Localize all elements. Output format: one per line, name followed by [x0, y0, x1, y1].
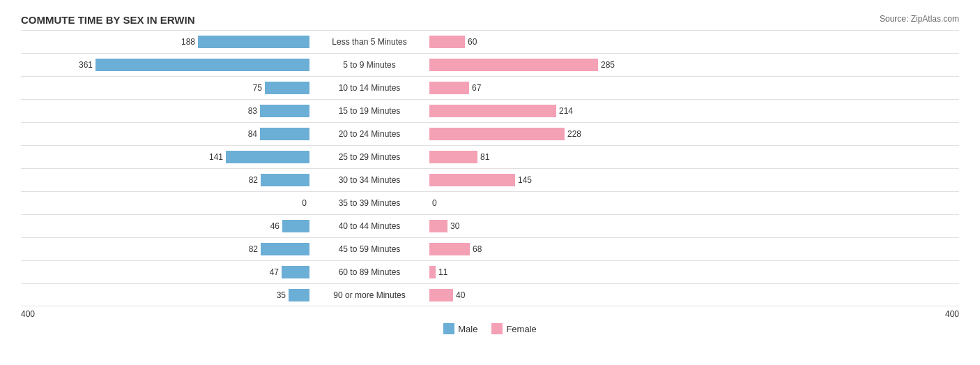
female-bar [429, 36, 465, 48]
female-value: 30 [450, 221, 471, 231]
female-value: 40 [456, 290, 477, 300]
chart-row: 47 60 to 89 Minutes 11 [21, 260, 959, 283]
axis-left: 400 [21, 309, 35, 319]
male-bar [282, 220, 309, 232]
left-section: 83 [21, 105, 314, 117]
chart-title: COMMUTE TIME BY SEX IN ERWIN [21, 14, 194, 26]
male-value: 82 [237, 244, 258, 254]
left-section: 82 [21, 243, 314, 255]
female-label: Female [506, 324, 536, 334]
female-bar [429, 266, 436, 278]
axis-row: 400 400 [21, 309, 959, 319]
right-section: 40 [425, 289, 959, 301]
right-section: 11 [425, 266, 959, 278]
male-bar [226, 151, 309, 163]
male-bar [260, 105, 309, 117]
right-section: 0 [425, 197, 959, 209]
source-label: Source: ZipAtlas.com [880, 14, 959, 24]
left-section: 47 [21, 266, 314, 278]
female-bar [429, 128, 565, 140]
male-value: 82 [237, 175, 258, 185]
chart-row: 361 5 to 9 Minutes 285 [21, 53, 959, 76]
male-bar [95, 59, 309, 71]
female-value: 60 [468, 37, 489, 47]
male-value: 84 [236, 129, 257, 139]
right-section: 30 [425, 220, 959, 232]
female-bar [429, 174, 515, 186]
male-value: 47 [258, 267, 279, 277]
chart-area: 188 Less than 5 Minutes 60 361 5 to 9 Mi… [21, 30, 959, 306]
right-section: 228 [425, 128, 959, 140]
male-label: Male [458, 324, 477, 334]
male-bar [261, 174, 309, 186]
right-section: 81 [425, 151, 959, 163]
left-section: 46 [21, 220, 314, 232]
female-bar [429, 82, 469, 94]
female-bar [429, 59, 598, 71]
right-section: 285 [425, 59, 959, 71]
female-swatch [491, 323, 503, 334]
female-value: 145 [518, 175, 539, 185]
chart-row: 83 15 to 19 Minutes 214 [21, 99, 959, 122]
chart-row: 82 45 to 59 Minutes 68 [21, 237, 959, 260]
chart-row: 84 20 to 24 Minutes 228 [21, 122, 959, 145]
female-value: 0 [432, 198, 453, 208]
left-section: 188 [21, 36, 314, 48]
left-section: 361 [21, 59, 314, 71]
chart-row: 82 30 to 34 Minutes 145 [21, 168, 959, 191]
row-label: 25 to 29 Minutes [314, 152, 425, 162]
row-label: 45 to 59 Minutes [314, 244, 425, 254]
row-label: 30 to 34 Minutes [314, 175, 425, 185]
row-label: 90 or more Minutes [314, 290, 425, 300]
male-bar [198, 36, 309, 48]
legend: Male Female [21, 323, 959, 334]
male-bar [265, 82, 309, 94]
female-bar [429, 105, 556, 117]
male-value: 361 [72, 60, 93, 70]
row-label: 10 to 14 Minutes [314, 83, 425, 93]
right-section: 145 [425, 174, 959, 186]
left-section: 82 [21, 174, 314, 186]
chart-row: 141 25 to 29 Minutes 81 [21, 145, 959, 168]
female-value: 285 [601, 60, 622, 70]
right-section: 214 [425, 105, 959, 117]
chart-row: 46 40 to 44 Minutes 30 [21, 214, 959, 237]
chart-row: 188 Less than 5 Minutes 60 [21, 30, 959, 53]
row-label: 20 to 24 Minutes [314, 129, 425, 139]
male-value: 35 [265, 290, 286, 300]
left-section: 141 [21, 151, 314, 163]
axis-right: 400 [945, 309, 959, 319]
male-bar [282, 266, 309, 278]
female-value: 67 [472, 83, 493, 93]
left-section: 0 [21, 197, 314, 209]
female-bar [429, 220, 447, 232]
female-value: 81 [480, 152, 501, 162]
chart-container: COMMUTE TIME BY SEX IN ERWIN Source: Zip… [21, 14, 959, 334]
left-section: 35 [21, 289, 314, 301]
left-section: 75 [21, 82, 314, 94]
right-section: 67 [425, 82, 959, 94]
row-label: 5 to 9 Minutes [314, 60, 425, 70]
male-value: 46 [259, 221, 280, 231]
legend-male: Male [443, 323, 477, 334]
male-value: 141 [202, 152, 223, 162]
right-section: 60 [425, 36, 959, 48]
row-label: 40 to 44 Minutes [314, 221, 425, 231]
male-value: 0 [286, 198, 307, 208]
male-bar [260, 128, 309, 140]
chart-row: 35 90 or more Minutes 40 [21, 283, 959, 306]
female-bar [429, 151, 477, 163]
male-value: 75 [241, 83, 262, 93]
female-value: 11 [438, 267, 459, 277]
chart-row: 0 35 to 39 Minutes 0 [21, 191, 959, 214]
female-value: 214 [559, 106, 580, 116]
row-label: 15 to 19 Minutes [314, 106, 425, 116]
female-value: 228 [567, 129, 588, 139]
male-bar [261, 243, 309, 255]
left-section: 84 [21, 128, 314, 140]
male-bar [289, 289, 309, 301]
chart-row: 75 10 to 14 Minutes 67 [21, 76, 959, 99]
row-label: 35 to 39 Minutes [314, 198, 425, 208]
female-bar [429, 289, 453, 301]
male-value: 188 [174, 37, 195, 47]
